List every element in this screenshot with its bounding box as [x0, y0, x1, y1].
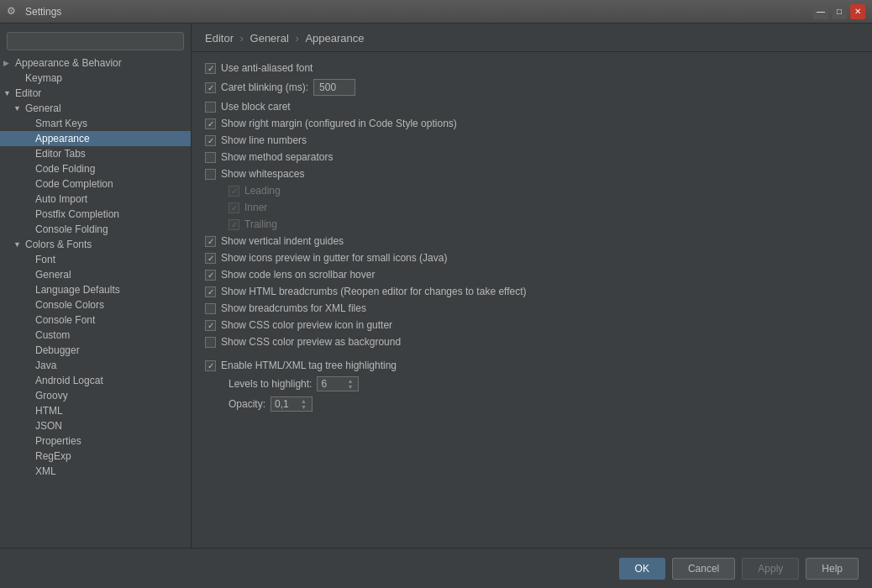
setting-label-leading: Leading [244, 185, 281, 197]
spinbox-up-opacity[interactable]: ▲ [299, 398, 308, 404]
sidebar-item-appearance-behavior[interactable]: ▶Appearance & Behavior [0, 55, 191, 71]
sidebar-label-smart-keys: Smart Keys [35, 118, 87, 129]
apply-button[interactable]: Apply [742, 558, 799, 580]
sidebar-item-console-colors[interactable]: Console Colors [0, 297, 191, 312]
setting-row-css-color-icon: Show CSS color preview icon in gutter [205, 319, 859, 331]
sidebar-label-xml: XML [35, 465, 56, 477]
sidebar-item-editor-tabs[interactable]: Editor Tabs [0, 146, 191, 161]
setting-row-whitespaces: Show whitespaces [205, 168, 859, 180]
sidebar-label-debugger: Debugger [35, 344, 80, 356]
setting-label-vertical-indent: Show vertical indent guides [221, 235, 344, 247]
sidebar-label-auto-import: Auto Import [35, 193, 87, 205]
breadcrumb-part-2: Appearance [305, 32, 364, 45]
setting-label-anti-aliased: Use anti-aliased font [221, 62, 313, 74]
sidebar-item-json[interactable]: JSON [0, 418, 191, 433]
sidebar-item-debugger[interactable]: Debugger [0, 343, 191, 358]
sidebar-item-custom[interactable]: Custom [0, 328, 191, 343]
sidebar-item-code-folding[interactable]: Code Folding [0, 161, 191, 176]
maximize-button[interactable]: □ [832, 4, 847, 19]
main-container: ▶Appearance & BehaviorKeymap▼Editor▼Gene… [0, 24, 872, 588]
checkbox-html-breadcrumbs[interactable] [205, 286, 216, 297]
sidebar: ▶Appearance & BehaviorKeymap▼Editor▼Gene… [0, 24, 192, 548]
breadcrumb-part-1: General [250, 32, 289, 45]
sidebar-item-editor[interactable]: ▼Editor [0, 86, 191, 101]
sidebar-item-colors-fonts[interactable]: ▼Colors & Fonts [0, 237, 191, 252]
sidebar-label-java: Java [35, 360, 56, 371]
spinbox-down-levels-highlight[interactable]: ▼ [345, 384, 355, 390]
checkbox-whitespaces[interactable] [205, 169, 216, 180]
checkbox-line-numbers[interactable] [205, 135, 216, 146]
sidebar-item-general[interactable]: ▼General [0, 101, 191, 116]
sidebar-item-language-defaults[interactable]: Language Defaults [0, 282, 191, 297]
search-input[interactable] [7, 32, 184, 50]
sidebar-item-html[interactable]: HTML [0, 403, 191, 418]
sidebar-label-code-folding: Code Folding [35, 163, 95, 175]
sidebar-item-font[interactable]: Font [0, 252, 191, 267]
cancel-button[interactable]: Cancel [672, 558, 735, 580]
sidebar-item-xml[interactable]: XML [0, 464, 191, 479]
checkbox-block-caret[interactable] [205, 102, 216, 113]
sidebar-label-properties: Properties [35, 435, 81, 447]
spinbox-value-levels-highlight: 6 [321, 378, 345, 390]
settings-content: Use anti-aliased fontCaret blinking (ms)… [192, 52, 872, 548]
title-bar: ⚙ Settings — □ ✕ [0, 0, 872, 24]
checkbox-method-separators[interactable] [205, 152, 216, 163]
minimize-button[interactable]: — [813, 4, 828, 19]
arrow-icon-general: ▼ [13, 104, 22, 113]
sidebar-item-postfix-completion[interactable]: Postfix Completion [0, 207, 191, 222]
sidebar-item-appearance[interactable]: Appearance [0, 131, 191, 146]
sidebar-item-code-completion[interactable]: Code Completion [0, 176, 191, 192]
sidebar-item-regexp[interactable]: RegExp [0, 449, 191, 464]
sidebar-item-console-folding[interactable]: Console Folding [0, 222, 191, 237]
spinbox-arrows-levels-highlight: ▲▼ [345, 378, 355, 390]
sidebar-label-font: Font [35, 254, 55, 265]
input-caret-blinking[interactable] [313, 79, 355, 96]
setting-row-vertical-indent: Show vertical indent guides [205, 235, 859, 247]
sidebar-item-smart-keys[interactable]: Smart Keys [0, 116, 191, 131]
checkbox-css-color-icon[interactable] [205, 320, 216, 331]
checkbox-caret-blinking[interactable] [205, 82, 216, 93]
sidebar-item-keymap[interactable]: Keymap [0, 71, 191, 86]
setting-label-whitespaces: Show whitespaces [221, 168, 304, 180]
sidebar-label-editor: Editor [15, 87, 41, 99]
spinbox-arrows-opacity: ▲▼ [299, 398, 308, 410]
sidebar-item-groovy[interactable]: Groovy [0, 388, 191, 403]
spinbox-up-levels-highlight[interactable]: ▲ [345, 378, 355, 384]
setting-row-inner: Inner [205, 202, 859, 213]
ok-button[interactable]: OK [619, 558, 665, 580]
spinbox-opacity[interactable]: 0,1▲▼ [271, 396, 313, 412]
checkbox-code-lens[interactable] [205, 270, 216, 281]
sidebar-label-appearance-behavior: Appearance & Behavior [15, 57, 122, 69]
checkbox-right-margin[interactable] [205, 118, 216, 129]
breadcrumb: Editor › General › Appearance [192, 24, 872, 52]
sidebar-item-console-font[interactable]: Console Font [0, 312, 191, 328]
checkbox-vertical-indent[interactable] [205, 236, 216, 247]
setting-row-levels-highlight: Levels to highlight:6▲▼ [205, 376, 859, 391]
checkbox-html-tag-tree[interactable] [205, 360, 216, 371]
sidebar-label-html: HTML [35, 405, 63, 417]
sidebar-item-general-cf[interactable]: General [0, 267, 191, 282]
sidebar-item-properties[interactable]: Properties [0, 433, 191, 449]
checkbox-anti-aliased[interactable] [205, 63, 216, 74]
sidebar-label-language-defaults: Language Defaults [35, 284, 120, 296]
arrow-icon-appearance-behavior: ▶ [3, 59, 12, 67]
checkbox-css-color-bg[interactable] [205, 337, 216, 348]
spinbox-levels-highlight[interactable]: 6▲▼ [317, 376, 359, 391]
setting-row-html-breadcrumbs: Show HTML breadcrumbs (Reopen editor for… [205, 286, 859, 297]
setting-label-xml-breadcrumbs: Show breadcrumbs for XML files [221, 302, 366, 314]
bottom-bar: OK Cancel Apply Help [0, 548, 872, 588]
sidebar-item-android-logcat[interactable]: Android Logcat [0, 373, 191, 388]
spinbox-down-opacity[interactable]: ▼ [299, 404, 308, 410]
setting-row-code-lens: Show code lens on scrollbar hover [205, 269, 859, 281]
close-button[interactable]: ✕ [850, 4, 865, 19]
breadcrumb-sep-1: › [295, 32, 302, 45]
window-title: Settings [25, 6, 813, 18]
checkbox-inner [229, 202, 239, 213]
checkbox-icons-preview[interactable] [205, 253, 216, 264]
checkbox-xml-breadcrumbs[interactable] [205, 303, 216, 314]
help-button[interactable]: Help [806, 558, 859, 580]
sidebar-item-java[interactable]: Java [0, 358, 191, 373]
setting-row-xml-breadcrumbs: Show breadcrumbs for XML files [205, 302, 859, 314]
sidebar-item-auto-import[interactable]: Auto Import [0, 192, 191, 207]
sidebar-label-editor-tabs: Editor Tabs [35, 148, 86, 160]
